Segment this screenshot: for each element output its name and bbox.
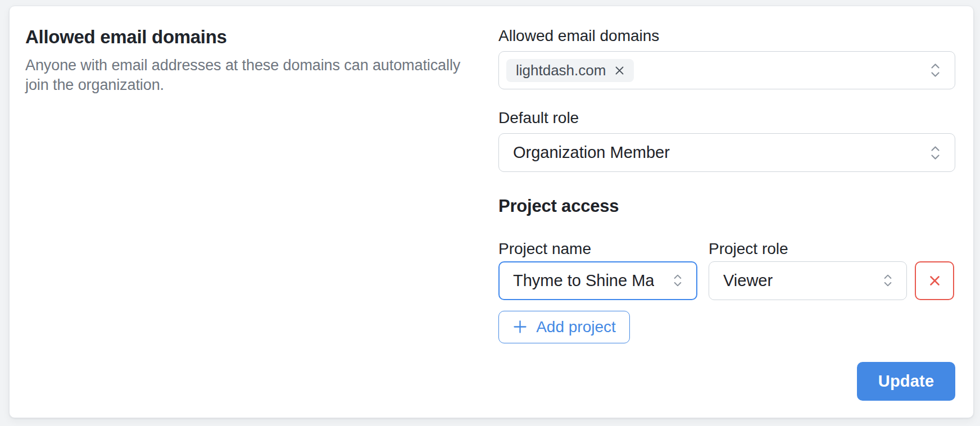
remove-domain-icon[interactable] [613,64,626,77]
project-access-row: Thyme to Shine Ma Viewer [498,261,955,300]
project-row-labels: Project name Project role [498,239,955,259]
project-role-value: Viewer [723,271,773,290]
project-access-heading: Project access [498,196,955,217]
section-description: Anyone with email addresses at these dom… [25,56,475,95]
chevron-updown-icon [881,271,895,290]
chevron-updown-icon [671,271,684,290]
delete-x-icon [926,272,943,289]
project-name-label: Project name [498,239,709,259]
project-role-label: Project role [709,239,788,259]
allowed-email-domains-panel: Allowed email domains Anyone with email … [9,6,974,418]
add-project-button[interactable]: Add project [498,311,630,343]
default-role-label: Default role [498,108,955,128]
remove-project-button[interactable] [915,261,954,300]
project-role-select[interactable]: Viewer [709,261,907,300]
email-domain-tag-label: lightdash.com [516,62,606,79]
page-title: Allowed email domains [25,26,475,48]
section-intro: Allowed email domains Anyone with email … [25,26,475,401]
project-name-value: Thyme to Shine Ma [513,271,654,290]
default-role-select[interactable]: Organization Member [498,133,955,171]
project-name-select[interactable]: Thyme to Shine Ma [498,261,697,300]
email-domains-label: Allowed email domains [498,26,955,46]
email-domain-tag: lightdash.com [506,59,634,82]
chevron-updown-icon [928,142,943,164]
add-project-label: Add project [536,318,616,336]
settings-form: Allowed email domains lightdash.com Defa… [498,26,955,401]
email-domains-multiselect[interactable]: lightdash.com [498,51,955,89]
plus-icon [512,319,528,334]
update-button[interactable]: Update [857,362,955,401]
chevron-updown-icon [928,60,943,81]
default-role-value: Organization Member [513,143,670,162]
